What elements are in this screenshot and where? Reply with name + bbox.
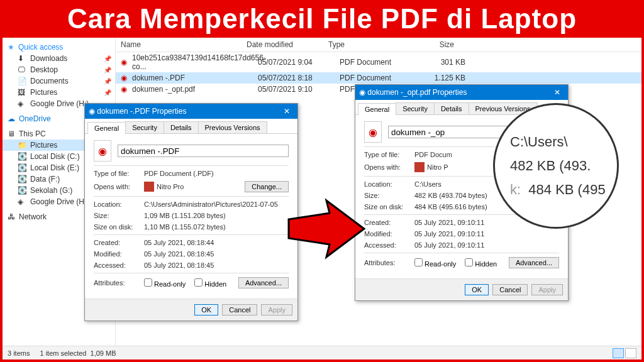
nitro-icon: [144, 182, 154, 192]
file-row[interactable]: ◉10eb251ca93847139d14168fc17dd656-co...0…: [116, 52, 641, 72]
created: 05 July 2021, 08:18:44: [144, 239, 289, 246]
status-selected: 1 item selected 1,09 MB: [40, 349, 116, 357]
close-icon[interactable]: ✕: [550, 88, 564, 97]
pictures-icon: 🖼: [18, 88, 26, 97]
ok-button[interactable]: OK: [194, 304, 218, 315]
pin-icon: 📌: [104, 67, 110, 74]
disk-icon: 💽: [18, 152, 26, 161]
pin-icon: 📌: [104, 89, 110, 96]
sidebar-item-downloads[interactable]: ⬇Downloads📌: [3, 53, 115, 64]
modified: 05 July 2021, 09:10:11: [414, 230, 559, 238]
view-large-button[interactable]: [625, 348, 636, 358]
advanced-button[interactable]: Advanced...: [509, 257, 559, 268]
size-on-disk: 1,10 MB (1.155.072 bytes): [144, 223, 289, 231]
accessed: 05 July 2021, 09:10:11: [414, 241, 559, 249]
col-size[interactable]: Size: [404, 40, 454, 49]
zoom-magnifier: C:\Users\ 482 KB (493. k: 484 KB (495: [493, 103, 619, 229]
cancel-button[interactable]: Cancel: [222, 304, 257, 315]
zoom-line-2: 482 KB (493.: [510, 158, 617, 174]
pdf-small-icon: ◉: [89, 107, 95, 116]
size-value: 1,09 MB (1.151.208 bytes): [144, 212, 289, 219]
status-bar: 3 items 1 item selected 1,09 MB: [3, 346, 641, 359]
readonly-checkbox[interactable]: Read-only: [414, 258, 456, 268]
zoom-line-1: C:\Users\: [510, 134, 617, 150]
tab-security[interactable]: Security: [396, 102, 435, 114]
pin-icon: 📌: [104, 55, 110, 62]
pdf-small-icon: ◉: [359, 88, 365, 97]
hidden-checkbox[interactable]: Hidden: [194, 278, 226, 288]
pdf-icon: ◉: [121, 85, 130, 94]
change-button[interactable]: Change...: [245, 181, 289, 192]
folder-icon: 📁: [18, 141, 26, 150]
file-row-selected[interactable]: ◉dokumen -.PDF05/07/2021 8:18PDF Documen…: [116, 72, 641, 84]
col-date[interactable]: Date modified: [247, 40, 328, 49]
dialog-titlebar[interactable]: ◉ dokumen -_opt.pdf Properties✕: [355, 85, 568, 100]
tab-general[interactable]: General: [358, 103, 396, 115]
apply-button[interactable]: Apply: [261, 304, 292, 315]
documents-icon: 📄: [18, 77, 26, 85]
disk-icon: 💽: [18, 175, 26, 184]
column-headers[interactable]: Name Date modified Type Size: [116, 38, 641, 52]
accessed: 05 July 2021, 08:18:45: [144, 261, 289, 269]
location: C:\Users\Administrator\Pictures\2021-07-…: [144, 200, 289, 208]
sidebar-item-desktop[interactable]: 🖵Desktop📌: [3, 64, 115, 75]
status-count: 3 items: [8, 349, 30, 357]
advanced-button[interactable]: Advanced...: [238, 277, 289, 288]
tab-details[interactable]: Details: [164, 121, 199, 133]
hidden-checkbox[interactable]: Hidden: [465, 258, 497, 268]
star-icon: ★: [8, 43, 14, 52]
col-type[interactable]: Type: [328, 40, 404, 49]
downloads-icon: ⬇: [18, 54, 26, 63]
disk-icon: 💽: [18, 163, 26, 172]
view-details-button[interactable]: [613, 348, 624, 358]
tab-previous[interactable]: Previous Versions: [198, 121, 267, 133]
pin-icon: 📌: [104, 78, 110, 85]
banner-title: Cara Memperkecil File PDF di Laptop: [3, 3, 641, 38]
desktop-icon: 🖵: [18, 65, 26, 74]
opens-with: Nitro Pro: [157, 183, 245, 190]
cloud-icon: ☁: [8, 114, 15, 123]
pdf-large-icon: ◉: [94, 140, 111, 162]
pc-icon: 🖥: [8, 129, 15, 138]
gdrive-icon: ◈: [18, 197, 26, 206]
disk-icon: 💽: [18, 186, 26, 195]
readonly-checkbox[interactable]: Read-only: [144, 278, 186, 288]
cancel-button[interactable]: Cancel: [492, 284, 528, 295]
red-arrow-icon: [286, 197, 367, 260]
quick-access-header[interactable]: ★Quick access: [3, 41, 115, 53]
properties-dialog-1: ◉ dokumen -.PDF Properties✕ General Secu…: [84, 103, 298, 321]
close-icon[interactable]: ✕: [280, 107, 294, 116]
apply-button[interactable]: Apply: [531, 284, 563, 295]
sidebar-item-pictures[interactable]: 🖼Pictures📌: [3, 87, 115, 98]
sidebar-item-documents[interactable]: 📄Documents📌: [3, 75, 115, 87]
pdf-icon: ◉: [121, 58, 130, 67]
dialog-tabs: General Security Details Previous Versio…: [85, 119, 297, 134]
network-icon: 🖧: [8, 212, 15, 221]
file-type: PDF Document (.PDF): [144, 170, 289, 177]
tab-general[interactable]: General: [87, 122, 126, 134]
nitro-icon: [414, 162, 425, 172]
zoom-line-3: k: 484 KB (495: [510, 182, 617, 198]
pdf-icon: ◉: [121, 74, 130, 82]
modified: 05 July 2021, 08:18:45: [144, 250, 289, 258]
tab-details[interactable]: Details: [434, 102, 469, 114]
pdf-large-icon: ◉: [364, 121, 382, 143]
col-name[interactable]: Name: [121, 40, 247, 49]
gdrive-icon: ◈: [18, 99, 26, 108]
ok-button[interactable]: OK: [465, 284, 489, 295]
dialog-titlebar[interactable]: ◉ dokumen -.PDF Properties✕: [85, 104, 297, 119]
filename-input[interactable]: [118, 145, 289, 157]
tab-security[interactable]: Security: [125, 121, 164, 133]
